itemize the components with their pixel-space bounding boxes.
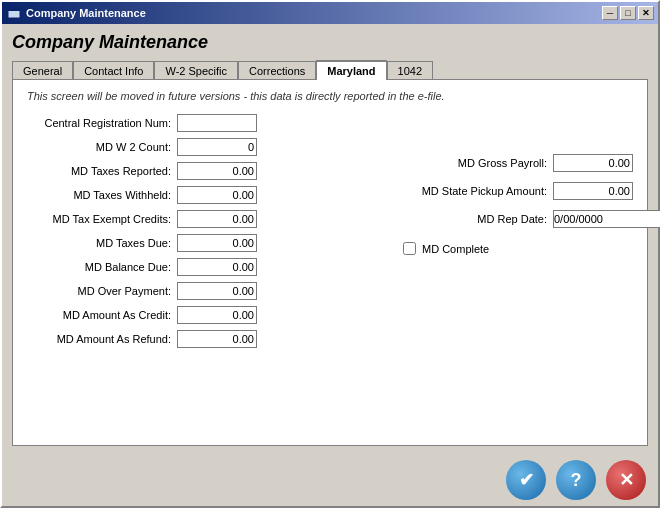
label-md-taxes-withheld: MD Taxes Withheld: [27,189,177,201]
minimize-button[interactable]: ─ [602,6,618,20]
label-md-over-payment: MD Over Payment: [27,285,177,297]
tab-1042[interactable]: 1042 [387,61,433,81]
label-md-state-pickup: MD State Pickup Amount: [393,185,553,197]
svg-rect-1 [8,8,20,11]
input-md-state-pickup[interactable] [553,182,633,200]
row-central-reg: Central Registration Num: [27,114,373,132]
label-md-gross-payroll: MD Gross Payroll: [393,157,553,169]
input-central-reg[interactable] [177,114,257,132]
input-md-taxes-due[interactable] [177,234,257,252]
tab-contact-info[interactable]: Contact Info [73,61,154,81]
label-central-reg: Central Registration Num: [27,117,177,129]
row-md-taxes-withheld: MD Taxes Withheld: [27,186,373,204]
row-md-tax-exempt: MD Tax Exempt Credits: [27,210,373,228]
input-md-balance-due[interactable] [177,258,257,276]
maximize-button[interactable]: □ [620,6,636,20]
row-md-taxes-reported: MD Taxes Reported: [27,162,373,180]
label-md-w2-count: MD W 2 Count: [27,141,177,153]
label-md-amount-credit: MD Amount As Credit: [27,309,177,321]
window-icon [6,5,22,21]
row-md-over-payment: MD Over Payment: [27,282,373,300]
title-bar: Company Maintenance ─ □ ✕ [2,2,658,24]
row-md-gross-payroll: MD Gross Payroll: [393,154,633,172]
title-bar-buttons: ─ □ ✕ [602,6,654,20]
tab-bar: General Contact Info W-2 Specific Correc… [12,59,648,79]
tab-w2-specific[interactable]: W-2 Specific [154,61,238,81]
input-md-amount-credit[interactable] [177,306,257,324]
row-md-w2-count: MD W 2 Count: [27,138,373,156]
input-md-rep-date[interactable] [553,210,660,228]
label-md-tax-exempt: MD Tax Exempt Credits: [27,213,177,225]
help-icon [571,471,582,489]
row-md-amount-credit: MD Amount As Credit: [27,306,373,324]
label-md-amount-refund: MD Amount As Refund: [27,333,177,345]
row-md-state-pickup: MD State Pickup Amount: [393,182,633,200]
form-layout: Central Registration Num: MD W 2 Count: … [27,114,633,354]
row-md-taxes-due: MD Taxes Due: [27,234,373,252]
content-panel: This screen will be moved in future vers… [12,79,648,446]
md-complete-row: MD Complete [403,242,633,255]
form-left: Central Registration Num: MD W 2 Count: … [27,114,373,354]
close-button[interactable]: ✕ [638,6,654,20]
row-md-rep-date: MD Rep Date: [393,210,633,228]
form-right: MD Gross Payroll: MD State Pickup Amount… [393,114,633,354]
label-md-taxes-reported: MD Taxes Reported: [27,165,177,177]
input-md-over-payment[interactable] [177,282,257,300]
bottom-bar [2,454,658,506]
tab-maryland[interactable]: Maryland [316,60,386,80]
info-text: This screen will be moved in future vers… [27,90,633,102]
tab-general[interactable]: General [12,61,73,81]
input-md-w2-count[interactable] [177,138,257,156]
row-md-amount-refund: MD Amount As Refund: [27,330,373,348]
input-md-taxes-withheld[interactable] [177,186,257,204]
help-button[interactable] [556,460,596,500]
input-md-amount-refund[interactable] [177,330,257,348]
window-title: Company Maintenance [26,7,602,19]
ok-icon [519,471,534,489]
md-complete-checkbox[interactable] [403,242,416,255]
md-complete-label: MD Complete [422,243,489,255]
page-title: Company Maintenance [12,32,648,53]
input-md-taxes-reported[interactable] [177,162,257,180]
row-md-balance-due: MD Balance Due: [27,258,373,276]
label-md-taxes-due: MD Taxes Due: [27,237,177,249]
main-window: Company Maintenance ─ □ ✕ Company Mainte… [0,0,660,508]
label-md-rep-date: MD Rep Date: [393,213,553,225]
tab-corrections[interactable]: Corrections [238,61,316,81]
input-md-tax-exempt[interactable] [177,210,257,228]
window-body: Company Maintenance General Contact Info… [2,24,658,454]
cancel-button[interactable] [606,460,646,500]
input-md-gross-payroll[interactable] [553,154,633,172]
label-md-balance-due: MD Balance Due: [27,261,177,273]
cancel-icon [619,471,634,489]
ok-button[interactable] [506,460,546,500]
